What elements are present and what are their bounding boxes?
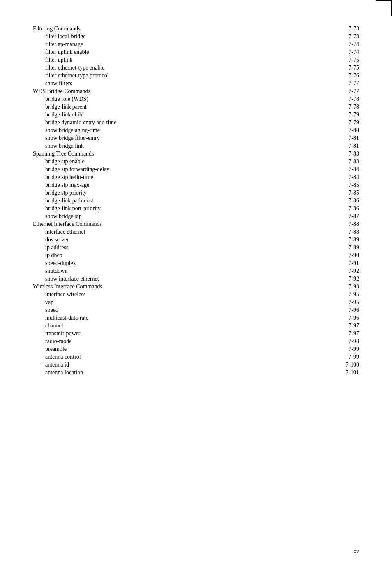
toc-sub-item: channel [33, 322, 278, 330]
toc-row: show interface ethernet7-92 [33, 275, 359, 283]
toc-sub-item: speed-duplex [33, 259, 278, 267]
toc-row: bridge stp forwarding-delay7-84 [33, 165, 359, 173]
toc-row: filter ethernet-type enable7-75 [33, 64, 359, 72]
toc-label-text: bridge stp enable [33, 158, 278, 165]
toc-page-number: 7-95 [278, 298, 360, 306]
toc-row: filter ap-manage7-74 [33, 40, 359, 48]
toc-label-text: Spanning Tree Commands [33, 151, 94, 157]
toc-row: Ethernet Interface Commands7-88 [33, 220, 359, 228]
toc-row: interface ethernet7-88 [33, 228, 359, 236]
toc-sub-item: bridge stp enable [33, 158, 278, 165]
toc-page-number: 7-93 [278, 283, 360, 290]
toc-row: filter uplink7-75 [33, 56, 359, 64]
toc-sub-item: filter ethernet-type protocol [33, 72, 278, 79]
toc-row: WDS Bridge Commands7-77 [33, 87, 359, 95]
toc-row: bridge stp priority7-85 [33, 189, 359, 197]
toc-sub-item: vap [33, 298, 278, 306]
toc-label-text: interface ethernet [33, 229, 278, 235]
toc-label-text: filter uplink enable [33, 49, 278, 56]
toc-row: bridge stp hello-time7-84 [33, 173, 359, 181]
toc-sub-item: ip address [33, 244, 278, 251]
toc-sub-item: ip dhcp [33, 251, 278, 259]
toc-sub-item: bridge dynamic-entry age-time [33, 118, 278, 126]
toc-sub-item: speed [33, 306, 278, 314]
toc-row: bridge-link port-priority7-86 [33, 204, 359, 212]
toc-row: Filtering Commands7-73 [33, 25, 359, 32]
toc-page-number: 7-77 [278, 79, 360, 87]
toc-page-number: 7-91 [278, 259, 360, 267]
toc-page-number: 7-83 [278, 150, 360, 158]
toc-row: ip address7-89 [33, 244, 359, 251]
toc-page-number: 7-84 [278, 165, 360, 173]
toc-page-number: 7-92 [278, 267, 360, 275]
toc-label-text: preamble [33, 346, 278, 353]
toc-row: bridge stp enable7-83 [33, 158, 359, 165]
toc-page-number: 7-90 [278, 251, 360, 259]
toc-sub-item: antenna control [33, 353, 278, 361]
toc-row: transmit-power7-97 [33, 330, 359, 337]
toc-page-number: 7-75 [278, 56, 360, 64]
toc-label-text: WDS Bridge Commands [33, 88, 90, 94]
toc-sub-item: preamble [33, 345, 278, 353]
toc-sub-item: show bridge aging-time [33, 126, 278, 134]
toc-label-text: speed [33, 307, 278, 313]
toc-page-number: 7-73 [278, 32, 360, 40]
toc-row: bridge-link path-cost7-86 [33, 197, 359, 204]
toc-section-heading: Wireless Interface Commands [33, 283, 278, 290]
toc-label-text: show filters [33, 80, 278, 87]
toc-page-number: 7-89 [278, 236, 360, 244]
toc-row: show bridge filter-entry7-81 [33, 134, 359, 142]
toc-sub-item: bridge stp hello-time [33, 173, 278, 181]
toc-label-text: ip address [33, 244, 278, 251]
toc-label-text: bridge role (WDS) [33, 96, 278, 102]
toc-label-text: show bridge link [33, 143, 278, 149]
toc-label-text: transmit-power [33, 330, 278, 337]
toc-label-text: show bridge aging-time [33, 127, 278, 134]
toc-label-text: vap [33, 299, 278, 306]
toc-row: multicast-data-rate7-96 [33, 314, 359, 322]
toc-label-text: bridge-link path-cost [33, 197, 278, 204]
toc-sub-item: dns server [33, 236, 278, 244]
toc-page-number: 7-78 [278, 103, 360, 111]
toc-label-text: antenna id [33, 362, 278, 368]
toc-label-text: Filtering Commands [33, 26, 81, 32]
toc-label-text: bridge-link port-priority [33, 205, 278, 212]
toc-row: antenna location7-101 [33, 369, 359, 376]
toc-page-number: 7-86 [278, 197, 360, 204]
toc-row: vap7-95 [33, 298, 359, 306]
toc-sub-item: radio-mode [33, 337, 278, 345]
toc-page-number: 7-74 [278, 40, 360, 48]
toc-sub-item: bridge stp max-age [33, 181, 278, 189]
page-footer: xv [354, 548, 359, 555]
toc-row: Spanning Tree Commands7-83 [33, 150, 359, 158]
toc-page-number: 7-74 [278, 48, 360, 56]
toc-label-text: filter ethernet-type enable [33, 65, 278, 71]
toc-page-number: 7-97 [278, 330, 360, 337]
toc-row: bridge-link parent7-78 [33, 103, 359, 111]
toc-label-text: radio-mode [33, 338, 278, 345]
toc-page-number: 7-85 [278, 189, 360, 197]
toc-sub-item: filter uplink [33, 56, 278, 64]
toc-label-text: antenna location [33, 369, 278, 376]
toc-section-heading: WDS Bridge Commands [33, 87, 278, 95]
toc-table: Filtering Commands7-73filter local-bridg… [33, 25, 359, 376]
toc-page-number: 7-79 [278, 111, 360, 118]
toc-label-text: bridge stp forwarding-delay [33, 166, 278, 173]
toc-page-number: 7-78 [278, 95, 360, 103]
toc-row: show bridge stp7-87 [33, 212, 359, 220]
toc-sub-item: bridge-link parent [33, 103, 278, 111]
toc-row: show bridge aging-time7-80 [33, 126, 359, 134]
toc-label-text: show bridge filter-entry [33, 135, 278, 142]
toc-page-number: 7-92 [278, 275, 360, 283]
toc-row: speed-duplex7-91 [33, 259, 359, 267]
toc-page-number: 7-88 [278, 220, 360, 228]
toc-page-number: 7-77 [278, 87, 360, 95]
toc-label-text: bridge dynamic-entry age-time [33, 119, 278, 126]
toc-label-text: speed-duplex [33, 260, 278, 267]
toc-page-number: 7-85 [278, 181, 360, 189]
toc-section-heading: Filtering Commands [33, 25, 278, 32]
toc-row: shutdown7-92 [33, 267, 359, 275]
toc-label-text: show bridge stp [33, 213, 278, 220]
toc-page-number: 7-81 [278, 142, 360, 150]
toc-page-number: 7-96 [278, 306, 360, 314]
